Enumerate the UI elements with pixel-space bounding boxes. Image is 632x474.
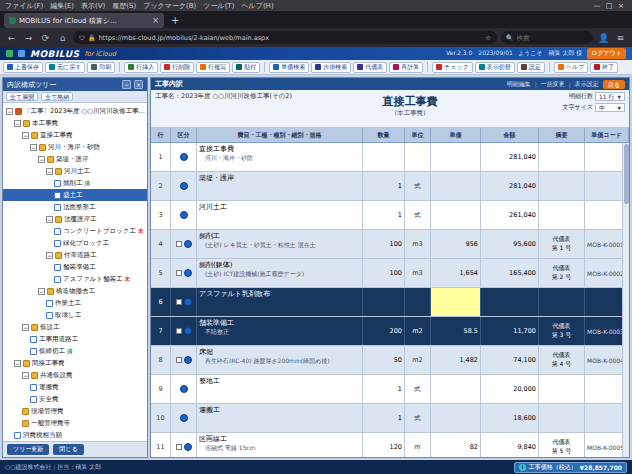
row-checkbox[interactable] [176, 328, 182, 334]
app-menu-icon[interactable]: ≡ [614, 33, 627, 43]
tab-close-icon[interactable]: × [152, 16, 159, 25]
tree-item[interactable]: 舗装準備工 [3, 261, 147, 273]
table-row[interactable]: 4掘削工(土砂) レキ質土・砂質土・粘性土 混在土100m395695,600代… [151, 230, 629, 259]
table-row[interactable]: 2築堤・護岸1式281,040 [151, 172, 629, 201]
close-icon[interactable]: × [615, 2, 627, 10]
row-checkbox[interactable] [176, 299, 182, 305]
tree-item[interactable]: 法面整形工 [3, 201, 147, 213]
tree-item[interactable]: 掘削工済 [3, 177, 147, 189]
menu-item[interactable]: 表示(V) [81, 1, 105, 11]
table-row[interactable]: 6アスファルト乳剤散布 [151, 288, 629, 317]
tree-expander-icon[interactable]: − [14, 120, 21, 127]
table-row[interactable]: 8床堀再生砕石(RC-40) 路盤厚さ200mm(締固め後)50m21,4827… [151, 346, 629, 375]
back-button[interactable]: 戻る [603, 80, 625, 89]
tree-expander-icon[interactable]: − [22, 132, 29, 139]
search-input[interactable] [517, 34, 587, 42]
tree-item[interactable]: 盛土工 [3, 189, 147, 201]
new-tab-button[interactable]: + [168, 13, 182, 28]
tree-expander-icon[interactable]: − [46, 216, 53, 223]
menu-item[interactable]: ツール(T) [203, 1, 234, 11]
tree-close-icon[interactable]: × [134, 80, 143, 89]
tree-item[interactable]: −〔工事〕2023年度 ○○川河川改修工事(その2) [3, 105, 147, 117]
tree-item[interactable]: 工事用道路工 [3, 333, 147, 345]
tree-item[interactable]: 安全費 [3, 393, 147, 405]
row-checkbox[interactable] [176, 444, 182, 450]
table-row[interactable]: 1直接工事費河川・海岸・砂防281,040 [151, 143, 629, 172]
toolbar-button-ヘルプ[interactable]: ヘルプ [554, 62, 588, 73]
tree-item[interactable]: −法覆護岸工 [3, 213, 147, 225]
price-notice[interactable]: i 工事価格（税込） ¥28,857,700 [514, 462, 627, 473]
tree-item[interactable]: −構造物撤去工 [3, 285, 147, 297]
table-row[interactable]: 11区画線工溶融式 実線 15cm120m829,840代価表第 5 号MOB-… [151, 433, 629, 457]
tree-item[interactable]: 現場管理費 [3, 405, 147, 417]
logout-button[interactable]: ログアウト [587, 48, 626, 59]
toolbar-button-再計算[interactable]: 再計算 [389, 62, 423, 73]
tree-expander-icon[interactable]: − [14, 360, 21, 367]
table-row[interactable]: 3河川土工1式261,040 [151, 201, 629, 230]
menu-item[interactable]: ファイル(F) [5, 1, 43, 11]
tree-collapse-icon[interactable]: − [122, 80, 131, 89]
tree-item[interactable]: −仮設工 [3, 321, 147, 333]
tree-item[interactable]: アスファルト舗装工未 [3, 273, 147, 285]
tree-item[interactable]: −築堤・護岸 [3, 153, 147, 165]
bookmark-star-icon[interactable]: ☆ [485, 34, 491, 42]
tree-item[interactable]: −本工事費 [3, 117, 147, 129]
tree-item[interactable]: −直接工事費 [3, 129, 147, 141]
home-icon[interactable]: ⌂ [56, 33, 69, 43]
table-row[interactable]: 5掘削(躯体)(土砂) ICT建設機械(施工履歴データ)100m31,65416… [151, 259, 629, 288]
menu-item[interactable]: ヘルプ(H) [241, 1, 273, 11]
toolbar-button-チェック[interactable]: チェック [432, 62, 473, 73]
forward-icon[interactable]: → [22, 33, 35, 43]
table-row[interactable]: 7舗装準備工不陸整正200m258.511,700代価表第 3 号MOB-K-0… [151, 317, 629, 346]
row-checkbox[interactable] [176, 241, 182, 247]
tree-item[interactable]: 取壊し工 [3, 309, 147, 321]
tree-expander-icon[interactable]: − [22, 372, 29, 379]
tree-expander-icon[interactable]: − [38, 156, 45, 163]
row-checkbox[interactable] [176, 357, 182, 363]
table-row[interactable]: 9整地工1式20,000 [151, 375, 629, 404]
tree-item[interactable]: 消費税相当額 [3, 429, 147, 441]
reload-icon[interactable]: ⟳ [39, 33, 52, 43]
collapse-all-button[interactable]: 全て格納 [41, 92, 73, 101]
tree-item[interactable]: 緑化ブロック工 [3, 237, 147, 249]
tree-refresh-button[interactable]: ツリー更新 [7, 444, 49, 455]
minimize-icon[interactable]: — [591, 2, 603, 10]
toolbar-button-貼付[interactable]: 貼付 [232, 62, 260, 73]
detail-link-表示設定[interactable]: 表示設定 [575, 80, 599, 89]
tree-expander-icon[interactable]: − [22, 324, 29, 331]
expand-all-button[interactable]: 全て展開 [6, 92, 38, 101]
account-icon[interactable]: 👤 [597, 33, 610, 43]
tree-item[interactable]: −付帯道路工 [3, 249, 147, 261]
tree-close-button[interactable]: 閉じる [53, 444, 83, 455]
toolbar-button-印刷[interactable]: 印刷 [87, 62, 115, 73]
toolbar-button-行削除[interactable]: 行削除 [160, 62, 194, 73]
tree-item[interactable]: 作業土工 [3, 297, 147, 309]
toolbar-button-終了[interactable]: 終了 [590, 62, 618, 73]
maximize-icon[interactable]: □ [603, 2, 615, 10]
menu-item[interactable]: 履歴(S) [112, 1, 136, 11]
meta-rows-select[interactable]: 11 行 ▼ [595, 92, 625, 101]
menu-item[interactable]: ブックマーク(B) [143, 1, 196, 11]
detail-link-明細編集[interactable]: 明細編集 [507, 80, 531, 89]
tree-expander-icon[interactable]: − [30, 144, 37, 151]
url-bar[interactable]: 🛡 🔒 https://mbs-cloud.jp/mobilus/2-kaian… [73, 31, 497, 44]
browser-tab[interactable]: MOBILUS for iCloud 積算シ… × [4, 13, 164, 28]
table-scrollbar[interactable] [622, 143, 629, 457]
shield-icon[interactable]: 🛡 [79, 34, 85, 41]
tree-item[interactable]: −河川・海岸・砂防 [3, 141, 147, 153]
detail-link-一括変更[interactable]: 一括変更 [541, 80, 565, 89]
tree-expander-icon[interactable]: − [38, 288, 45, 295]
toolbar-button-代価表[interactable]: 代価表 [353, 62, 387, 73]
toolbar-button-設定[interactable]: 設定 [517, 62, 545, 73]
toolbar-button-上書保存[interactable]: 上書保存 [3, 62, 43, 73]
toolbar-button-元に戻す[interactable]: 元に戻す [45, 62, 85, 73]
tree-item[interactable]: −共通仮設費 [3, 369, 147, 381]
row-checkbox[interactable] [176, 270, 182, 276]
tree-item[interactable]: 仮締切工済 [3, 345, 147, 357]
tree-expander-icon[interactable]: − [46, 252, 53, 259]
toolbar-button-行複写[interactable]: 行複写 [196, 62, 230, 73]
tree-expander-icon[interactable]: − [46, 168, 53, 175]
scrollbar-thumb[interactable] [624, 144, 629, 204]
search-box[interactable]: 🔍 [501, 31, 593, 44]
toolbar-button-表示切替[interactable]: 表示切替 [475, 62, 515, 73]
